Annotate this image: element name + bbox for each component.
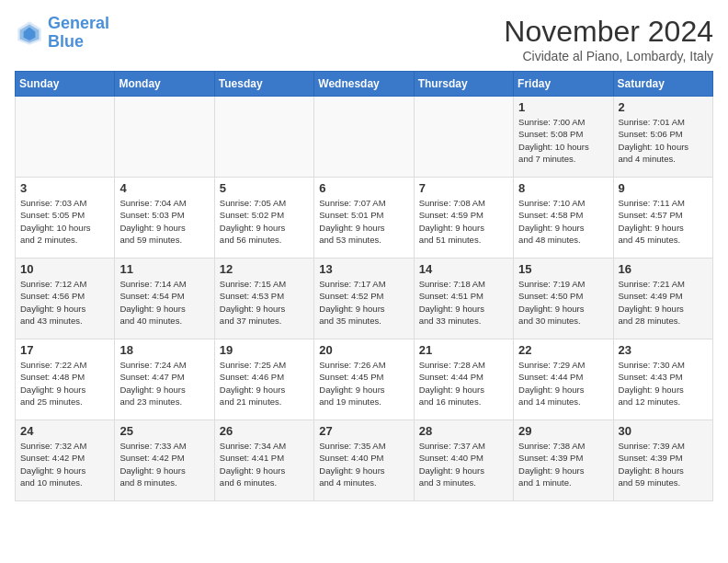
- calendar-week-2: 3Sunrise: 7:03 AM Sunset: 5:05 PM Daylig…: [16, 178, 713, 259]
- day-info: Sunrise: 7:04 AM Sunset: 5:03 PM Dayligh…: [119, 197, 209, 246]
- day-info: Sunrise: 7:28 AM Sunset: 4:44 PM Dayligh…: [419, 359, 508, 408]
- calendar-cell: 26Sunrise: 7:34 AM Sunset: 4:41 PM Dayli…: [214, 420, 313, 501]
- calendar-cell: 9Sunrise: 7:11 AM Sunset: 4:57 PM Daylig…: [613, 178, 712, 259]
- calendar-cell: 1Sunrise: 7:00 AM Sunset: 5:08 PM Daylig…: [514, 97, 613, 178]
- calendar-header: SundayMondayTuesdayWednesdayThursdayFrid…: [16, 72, 713, 97]
- day-number: 10: [20, 262, 109, 276]
- location-subtitle: Cividate al Piano, Lombardy, Italy: [504, 49, 713, 63]
- calendar-cell: 13Sunrise: 7:17 AM Sunset: 4:52 PM Dayli…: [314, 259, 414, 339]
- weekday-header-thursday: Thursday: [414, 72, 513, 97]
- page-header: General Blue November 2024 Cividate al P…: [15, 15, 713, 63]
- calendar-week-5: 24Sunrise: 7:32 AM Sunset: 4:42 PM Dayli…: [16, 420, 713, 501]
- day-info: Sunrise: 7:00 AM Sunset: 5:08 PM Dayligh…: [518, 116, 608, 165]
- day-number: 9: [619, 181, 708, 195]
- day-info: Sunrise: 7:18 AM Sunset: 4:51 PM Dayligh…: [419, 278, 508, 327]
- calendar-cell: 27Sunrise: 7:35 AM Sunset: 4:40 PM Dayli…: [314, 420, 414, 501]
- calendar-cell: 16Sunrise: 7:21 AM Sunset: 4:49 PM Dayli…: [613, 259, 712, 339]
- logo-line2: Blue: [48, 32, 84, 51]
- calendar-cell: 8Sunrise: 7:10 AM Sunset: 4:58 PM Daylig…: [514, 178, 613, 259]
- calendar-cell: [115, 97, 214, 178]
- weekday-header-saturday: Saturday: [613, 72, 712, 97]
- day-info: Sunrise: 7:19 AM Sunset: 4:50 PM Dayligh…: [518, 278, 608, 327]
- day-info: Sunrise: 7:01 AM Sunset: 5:06 PM Dayligh…: [619, 116, 708, 165]
- weekday-header-monday: Monday: [115, 72, 214, 97]
- calendar-cell: 11Sunrise: 7:14 AM Sunset: 4:54 PM Dayli…: [115, 259, 214, 339]
- title-block: November 2024 Cividate al Piano, Lombard…: [504, 15, 713, 63]
- day-number: 7: [419, 181, 508, 195]
- day-info: Sunrise: 7:12 AM Sunset: 4:56 PM Dayligh…: [20, 278, 109, 327]
- day-number: 1: [518, 100, 608, 114]
- calendar-cell: 15Sunrise: 7:19 AM Sunset: 4:50 PM Dayli…: [514, 259, 613, 339]
- day-number: 19: [220, 343, 309, 357]
- day-number: 21: [419, 343, 508, 357]
- day-number: 11: [119, 262, 209, 276]
- day-number: 28: [419, 424, 508, 438]
- day-info: Sunrise: 7:08 AM Sunset: 4:59 PM Dayligh…: [419, 197, 508, 246]
- day-number: 25: [119, 424, 209, 438]
- day-number: 29: [518, 424, 608, 438]
- day-number: 12: [220, 262, 309, 276]
- day-number: 26: [220, 424, 309, 438]
- day-number: 27: [319, 424, 408, 438]
- day-number: 16: [619, 262, 708, 276]
- day-number: 3: [20, 181, 109, 195]
- day-info: Sunrise: 7:03 AM Sunset: 5:05 PM Dayligh…: [20, 197, 109, 246]
- logo-line1: General: [48, 14, 109, 32]
- calendar-cell: [314, 97, 414, 178]
- day-number: 2: [619, 100, 708, 114]
- day-info: Sunrise: 7:25 AM Sunset: 4:46 PM Dayligh…: [220, 359, 309, 408]
- logo-text: General Blue: [48, 15, 109, 52]
- weekday-header-friday: Friday: [514, 72, 613, 97]
- day-info: Sunrise: 7:10 AM Sunset: 4:58 PM Dayligh…: [518, 197, 608, 246]
- logo-icon: [15, 18, 44, 48]
- calendar-cell: 10Sunrise: 7:12 AM Sunset: 4:56 PM Dayli…: [16, 259, 115, 339]
- day-info: Sunrise: 7:14 AM Sunset: 4:54 PM Dayligh…: [119, 278, 209, 327]
- calendar-cell: 17Sunrise: 7:22 AM Sunset: 4:48 PM Dayli…: [16, 339, 115, 420]
- calendar-cell: 5Sunrise: 7:05 AM Sunset: 5:02 PM Daylig…: [214, 178, 313, 259]
- day-info: Sunrise: 7:32 AM Sunset: 4:42 PM Dayligh…: [20, 440, 109, 488]
- day-info: Sunrise: 7:07 AM Sunset: 5:01 PM Dayligh…: [319, 197, 408, 246]
- day-number: 18: [119, 343, 209, 357]
- day-number: 17: [20, 343, 109, 357]
- day-info: Sunrise: 7:35 AM Sunset: 4:40 PM Dayligh…: [319, 440, 408, 488]
- day-info: Sunrise: 7:21 AM Sunset: 4:49 PM Dayligh…: [619, 278, 708, 327]
- calendar-cell: 22Sunrise: 7:29 AM Sunset: 4:44 PM Dayli…: [514, 339, 613, 420]
- day-number: 5: [220, 181, 309, 195]
- calendar-week-1: 1Sunrise: 7:00 AM Sunset: 5:08 PM Daylig…: [16, 97, 713, 178]
- calendar-cell: 25Sunrise: 7:33 AM Sunset: 4:42 PM Dayli…: [115, 420, 214, 501]
- day-number: 6: [319, 181, 408, 195]
- calendar-table: SundayMondayTuesdayWednesdayThursdayFrid…: [15, 71, 713, 501]
- day-number: 13: [319, 262, 408, 276]
- calendar-cell: 29Sunrise: 7:38 AM Sunset: 4:39 PM Dayli…: [514, 420, 613, 501]
- day-number: 8: [518, 181, 608, 195]
- day-number: 24: [20, 424, 109, 438]
- calendar-week-3: 10Sunrise: 7:12 AM Sunset: 4:56 PM Dayli…: [16, 259, 713, 339]
- day-info: Sunrise: 7:17 AM Sunset: 4:52 PM Dayligh…: [319, 278, 408, 327]
- calendar-cell: 20Sunrise: 7:26 AM Sunset: 4:45 PM Dayli…: [314, 339, 414, 420]
- calendar-cell: 30Sunrise: 7:39 AM Sunset: 4:39 PM Dayli…: [613, 420, 712, 501]
- day-info: Sunrise: 7:26 AM Sunset: 4:45 PM Dayligh…: [319, 359, 408, 408]
- weekday-header-row: SundayMondayTuesdayWednesdayThursdayFrid…: [16, 72, 713, 97]
- calendar-cell: 3Sunrise: 7:03 AM Sunset: 5:05 PM Daylig…: [16, 178, 115, 259]
- day-info: Sunrise: 7:38 AM Sunset: 4:39 PM Dayligh…: [518, 440, 608, 488]
- calendar-body: 1Sunrise: 7:00 AM Sunset: 5:08 PM Daylig…: [16, 97, 713, 501]
- weekday-header-tuesday: Tuesday: [214, 72, 313, 97]
- day-info: Sunrise: 7:33 AM Sunset: 4:42 PM Dayligh…: [119, 440, 209, 488]
- calendar-cell: 28Sunrise: 7:37 AM Sunset: 4:40 PM Dayli…: [414, 420, 513, 501]
- day-number: 15: [518, 262, 608, 276]
- day-info: Sunrise: 7:24 AM Sunset: 4:47 PM Dayligh…: [119, 359, 209, 408]
- weekday-header-sunday: Sunday: [16, 72, 115, 97]
- calendar-cell: 14Sunrise: 7:18 AM Sunset: 4:51 PM Dayli…: [414, 259, 513, 339]
- day-info: Sunrise: 7:15 AM Sunset: 4:53 PM Dayligh…: [220, 278, 309, 327]
- day-info: Sunrise: 7:29 AM Sunset: 4:44 PM Dayligh…: [518, 359, 608, 408]
- calendar-cell: 23Sunrise: 7:30 AM Sunset: 4:43 PM Dayli…: [613, 339, 712, 420]
- day-number: 20: [319, 343, 408, 357]
- calendar-cell: 4Sunrise: 7:04 AM Sunset: 5:03 PM Daylig…: [115, 178, 214, 259]
- day-number: 14: [419, 262, 508, 276]
- calendar-cell: 19Sunrise: 7:25 AM Sunset: 4:46 PM Dayli…: [214, 339, 313, 420]
- calendar-cell: [214, 97, 313, 178]
- weekday-header-wednesday: Wednesday: [314, 72, 414, 97]
- calendar-cell: 21Sunrise: 7:28 AM Sunset: 4:44 PM Dayli…: [414, 339, 513, 420]
- day-number: 4: [119, 181, 209, 195]
- calendar-cell: 7Sunrise: 7:08 AM Sunset: 4:59 PM Daylig…: [414, 178, 513, 259]
